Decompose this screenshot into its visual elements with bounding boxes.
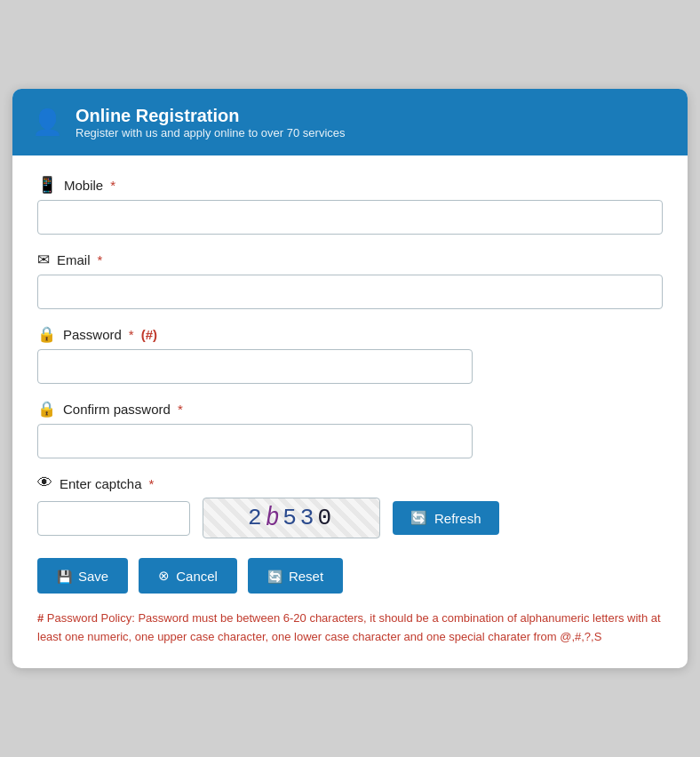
confirm-lock-icon xyxy=(37,400,56,418)
password-input[interactable] xyxy=(37,349,473,384)
confirm-password-input[interactable] xyxy=(37,424,473,458)
captcha-input[interactable] xyxy=(37,501,190,536)
email-group: Email* xyxy=(37,251,663,309)
reset-button[interactable]: Reset xyxy=(248,558,343,594)
confirm-password-group: Confirm password* xyxy=(37,400,663,458)
captcha-image: 2b530 xyxy=(203,498,380,538)
captcha-label: Enter captcha * xyxy=(37,474,663,492)
captcha-group: Enter captcha * 2b530 Refresh xyxy=(37,474,663,538)
password-policy: # Password Policy: Password must be betw… xyxy=(37,610,663,647)
confirm-password-label: Confirm password* xyxy=(37,400,663,418)
page-title: Online Registration xyxy=(76,105,346,126)
person-icon: 👤 xyxy=(32,108,63,137)
mobile-group: Mobile* xyxy=(37,175,663,235)
card-body: Mobile* Email* Password* (#) Confirm p xyxy=(12,155,688,668)
mobile-input[interactable] xyxy=(37,200,663,235)
mobile-label: Mobile* xyxy=(37,175,663,195)
email-label: Email* xyxy=(37,251,663,269)
reset-icon xyxy=(267,569,282,584)
refresh-button[interactable]: Refresh xyxy=(393,501,499,535)
registration-card: 👤 Online Registration Register with us a… xyxy=(12,89,688,668)
card-header: 👤 Online Registration Register with us a… xyxy=(12,89,688,155)
email-input[interactable] xyxy=(37,275,663,309)
eye-icon xyxy=(37,474,52,492)
save-button[interactable]: Save xyxy=(37,558,128,594)
lock-icon xyxy=(37,325,56,344)
header-text: Online Registration Register with us and… xyxy=(76,105,346,139)
action-row: Save Cancel Reset xyxy=(37,558,663,594)
password-group: Password* (#) xyxy=(37,325,663,384)
password-label: Password* (#) xyxy=(37,325,663,344)
refresh-icon xyxy=(410,510,427,526)
cancel-icon xyxy=(158,568,170,584)
captcha-row: 2b530 Refresh xyxy=(37,498,663,538)
cancel-button[interactable]: Cancel xyxy=(139,558,237,594)
mobile-icon xyxy=(37,175,57,195)
save-icon xyxy=(57,569,72,584)
email-icon xyxy=(37,251,50,269)
page-subtitle: Register with us and apply online to ove… xyxy=(76,126,346,139)
